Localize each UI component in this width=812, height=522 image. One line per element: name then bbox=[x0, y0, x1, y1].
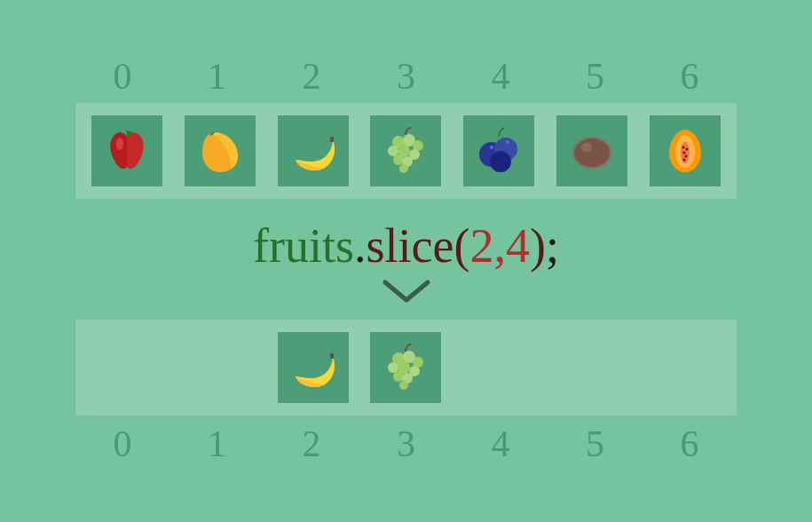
empty-cell bbox=[556, 332, 627, 403]
index-label: 0 bbox=[91, 55, 154, 98]
empty-cell bbox=[185, 332, 256, 403]
array-cell-mango bbox=[185, 115, 256, 186]
blueberries-icon bbox=[472, 124, 525, 178]
code-expression: fruits.slice(2,4); bbox=[0, 218, 812, 273]
code-dot: . bbox=[354, 219, 367, 273]
index-label: 4 bbox=[469, 423, 532, 465]
index-label: 5 bbox=[564, 423, 627, 465]
array-cell-papaya bbox=[650, 115, 721, 186]
empty-cell bbox=[650, 332, 721, 403]
svg-point-23 bbox=[684, 155, 687, 158]
index-label: 6 bbox=[658, 423, 721, 465]
index-label: 6 bbox=[658, 55, 721, 98]
grapes-icon bbox=[379, 124, 432, 178]
array-cell-blueberries bbox=[463, 115, 534, 186]
svg-point-34 bbox=[399, 381, 408, 390]
svg-point-17 bbox=[574, 138, 610, 167]
code-semicolon: ; bbox=[546, 219, 559, 273]
index-label: 1 bbox=[186, 423, 248, 465]
array-cell-apple bbox=[91, 115, 162, 186]
top-index-row: 0 1 2 3 4 5 6 bbox=[75, 55, 737, 98]
code-method: slice bbox=[367, 219, 454, 273]
svg-point-32 bbox=[393, 371, 404, 382]
source-array bbox=[75, 103, 737, 199]
code-object: fruits bbox=[253, 219, 354, 273]
grapes-icon bbox=[379, 341, 432, 394]
svg-point-10 bbox=[399, 164, 408, 173]
svg-point-8 bbox=[393, 154, 404, 165]
index-label: 0 bbox=[91, 423, 154, 465]
index-label: 2 bbox=[280, 55, 343, 98]
empty-cell bbox=[463, 332, 534, 403]
svg-point-13 bbox=[490, 151, 511, 172]
index-label: 2 bbox=[280, 423, 343, 465]
kiwi-icon bbox=[565, 124, 619, 178]
svg-point-14 bbox=[490, 146, 493, 149]
svg-point-24 bbox=[682, 159, 685, 162]
index-label: 5 bbox=[564, 55, 627, 98]
svg-point-0 bbox=[116, 138, 123, 150]
empty-cell bbox=[91, 332, 162, 403]
svg-point-22 bbox=[682, 152, 685, 154]
svg-rect-1 bbox=[330, 137, 334, 142]
svg-point-18 bbox=[581, 143, 592, 152]
index-label: 3 bbox=[375, 55, 438, 98]
result-cell-grapes bbox=[370, 332, 441, 403]
array-cell-banana bbox=[278, 115, 349, 186]
arrow-down bbox=[0, 277, 812, 311]
svg-point-29 bbox=[388, 362, 398, 373]
papaya-icon bbox=[658, 124, 712, 178]
index-label: 1 bbox=[186, 55, 248, 98]
svg-point-20 bbox=[682, 146, 684, 149]
svg-point-15 bbox=[506, 140, 509, 144]
apple-icon bbox=[100, 124, 154, 178]
result-cell-banana bbox=[278, 332, 349, 403]
svg-point-21 bbox=[685, 148, 688, 151]
array-cell-grapes bbox=[370, 115, 441, 186]
code-args: 2,4 bbox=[469, 219, 530, 273]
index-label: 3 bbox=[375, 423, 438, 465]
svg-point-5 bbox=[388, 146, 398, 156]
svg-rect-25 bbox=[330, 353, 334, 359]
bottom-index-row: 0 1 2 3 4 5 6 bbox=[75, 423, 737, 465]
code-paren-close: ) bbox=[530, 219, 546, 273]
code-paren-open: ( bbox=[453, 219, 469, 273]
banana-icon bbox=[287, 341, 340, 394]
chevron-down-icon bbox=[380, 277, 433, 307]
mango-icon bbox=[193, 124, 247, 178]
array-cell-kiwi bbox=[556, 115, 627, 186]
banana-icon bbox=[287, 124, 340, 178]
result-array bbox=[75, 320, 737, 415]
index-label: 4 bbox=[469, 55, 532, 98]
